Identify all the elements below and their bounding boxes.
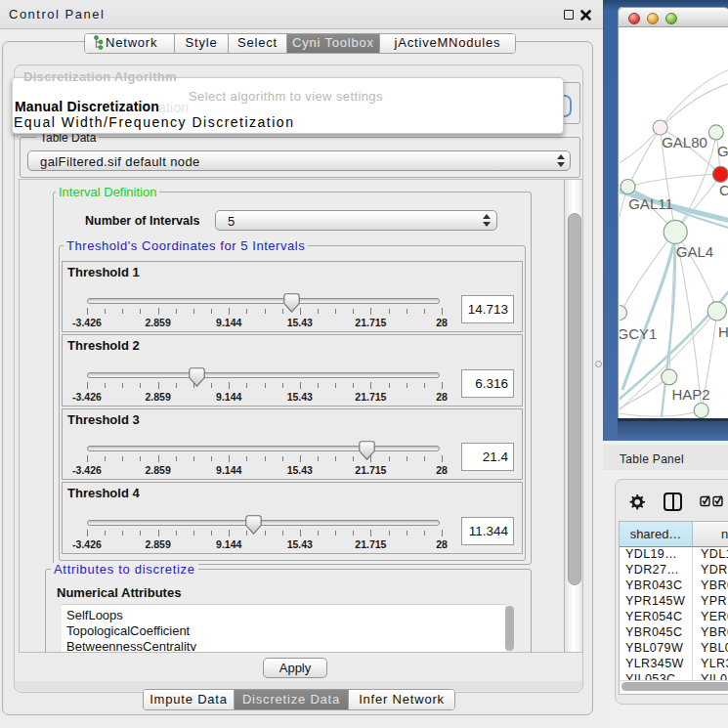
svg-text:GAL11: GAL11 — [628, 195, 673, 212]
svg-text:HAP2: HAP2 — [671, 386, 709, 403]
svg-text:GA: GA — [717, 143, 728, 159]
svg-text:GAL4: GAL4 — [676, 243, 713, 260]
svg-text:GCY1: GCY1 — [620, 325, 657, 342]
svg-text:GAL80: GAL80 — [662, 134, 707, 150]
svg-text:C: C — [719, 182, 728, 198]
svg-text:H: H — [718, 323, 728, 340]
